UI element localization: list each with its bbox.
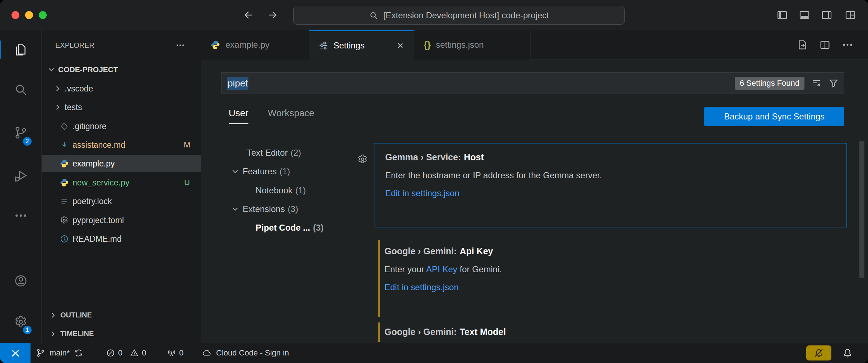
file-label: pyproject.toml xyxy=(73,216,124,225)
file-label: poetry.lock xyxy=(73,197,112,206)
scrollbar-thumb[interactable] xyxy=(859,141,864,278)
tree-item-poetry-lock[interactable]: poetry.lock xyxy=(42,193,201,210)
chevron-right-icon xyxy=(53,84,62,93)
more-views-icon[interactable] xyxy=(12,207,29,224)
toc-label: Features xyxy=(243,166,277,176)
toc-item-features[interactable]: Features (1) xyxy=(201,162,337,181)
setting-description: Enter the hostname or IP address for the… xyxy=(385,170,836,180)
tree-item-new-service-py[interactable]: new_service.py U xyxy=(42,174,201,191)
tree-root-code-project[interactable]: CODE-PROJECT xyxy=(42,61,201,78)
filter-icon[interactable] xyxy=(828,78,839,89)
setting-row-gemini-api-key[interactable]: Google › Gemini:Api Key Enter your API K… xyxy=(374,237,847,320)
tab-scope-user[interactable]: User xyxy=(229,108,248,124)
notifications-bell-icon[interactable] xyxy=(842,347,853,359)
cloud-code-status-item[interactable]: Cloud Code - Sign in xyxy=(202,343,289,363)
toggle-panel-icon[interactable] xyxy=(798,9,811,21)
tree-item-pyproject-toml[interactable]: pyproject.toml xyxy=(42,212,201,229)
tab-settings[interactable]: Settings xyxy=(309,30,414,60)
toc-item-text-editor[interactable]: Text Editor (2) xyxy=(201,143,337,162)
setting-name: Host xyxy=(464,152,484,162)
back-icon[interactable] xyxy=(243,9,255,21)
python-file-icon xyxy=(59,159,70,168)
backup-sync-settings-button[interactable]: Backup and Sync Settings xyxy=(704,107,844,126)
file-label: assistance.md xyxy=(73,140,125,150)
toggle-secondary-sidebar-icon[interactable] xyxy=(821,9,833,21)
scm-badge: 2 xyxy=(22,136,32,146)
clear-search-icon[interactable] xyxy=(811,78,822,89)
do-not-disturb-icon[interactable] xyxy=(806,345,831,360)
git-status-badge: U xyxy=(181,178,193,187)
edit-in-settings-json-link[interactable]: Edit in settings.json xyxy=(384,282,836,292)
toc-label: Pipet Code ... xyxy=(256,223,310,233)
search-icon xyxy=(369,11,378,20)
folder-label: tests xyxy=(65,103,82,112)
outline-label: OUTLINE xyxy=(60,311,92,319)
branch-status-item[interactable]: main* xyxy=(36,343,83,363)
python-file-icon xyxy=(210,40,220,50)
setting-category: Google › Gemini: xyxy=(384,246,457,256)
toc-label: Extensions xyxy=(243,204,285,214)
toc-count: (3) xyxy=(313,223,323,233)
explorer-sidebar: EXPLORER CODE-PROJECT .vscode tests .git… xyxy=(42,30,201,343)
edit-in-settings-json-link[interactable]: Edit in settings.json xyxy=(385,188,836,198)
ports-status-item[interactable]: 0 xyxy=(167,343,183,363)
settings-editor: pipet 6 Settings Found User Workspace Ba… xyxy=(201,60,868,343)
tab-example-py[interactable]: example.py xyxy=(201,30,309,60)
more-actions-icon[interactable] xyxy=(841,39,854,51)
forward-icon[interactable] xyxy=(266,9,279,21)
accounts-icon[interactable] xyxy=(12,272,29,289)
setting-name: Api Key xyxy=(459,246,493,256)
tree-item-vscode[interactable]: .vscode xyxy=(42,80,201,97)
folder-label: .vscode xyxy=(65,84,93,94)
run-debug-icon[interactable] xyxy=(12,167,29,184)
api-key-link[interactable]: API Key xyxy=(426,264,457,274)
timeline-section-header[interactable]: TIMELINE xyxy=(42,325,201,343)
warnings-count: 0 xyxy=(142,348,146,358)
toc-item-extensions[interactable]: Extensions (3) xyxy=(201,200,337,218)
close-tab-icon[interactable] xyxy=(396,41,405,50)
tree-item-assistance-md[interactable]: assistance.md M xyxy=(42,136,201,154)
git-status-badge: M xyxy=(181,140,193,150)
command-center-search[interactable]: [Extension Development Host] code-projec… xyxy=(293,6,625,25)
toc-item-pipet-code[interactable]: Pipet Code ... (3) xyxy=(201,218,337,237)
tab-settings-json[interactable]: {} settings.json xyxy=(414,30,531,60)
git-branch-icon xyxy=(36,348,45,358)
tab-scope-workspace[interactable]: Workspace xyxy=(268,108,314,119)
settings-search-input[interactable]: pipet 6 Settings Found xyxy=(221,72,844,94)
file-label: example.py xyxy=(73,159,115,169)
markdown-file-icon xyxy=(59,140,70,150)
split-editor-icon[interactable] xyxy=(819,39,831,51)
maximize-window-button[interactable] xyxy=(39,11,47,19)
tree-item-example-py[interactable]: example.py xyxy=(42,155,201,172)
setting-row-gemini-text-model[interactable]: Google › Gemini:Text Model xyxy=(374,320,847,343)
sync-icon[interactable] xyxy=(74,348,83,358)
customize-layout-icon[interactable] xyxy=(844,9,857,21)
remote-indicator[interactable] xyxy=(0,343,31,363)
open-settings-json-icon[interactable] xyxy=(796,39,808,51)
root-folder-label: CODE-PROJECT xyxy=(58,65,118,74)
outline-section-header[interactable]: OUTLINE xyxy=(42,306,201,324)
branch-label: main* xyxy=(50,348,70,358)
python-file-icon xyxy=(59,178,70,187)
setting-gear-icon[interactable] xyxy=(357,154,368,165)
setting-description: Enter your API Key for Gemini. xyxy=(384,264,836,274)
minimize-window-button[interactable] xyxy=(25,11,33,19)
chevron-down-icon xyxy=(47,65,56,74)
toc-item-notebook[interactable]: Notebook (1) xyxy=(201,181,337,200)
setting-row-gemma-service-host[interactable]: Gemma › Service:Host Enter the hostname … xyxy=(374,143,847,227)
close-window-button[interactable] xyxy=(11,11,19,19)
window-title: [Extension Development Host] code-projec… xyxy=(383,10,549,20)
explorer-more-actions-icon[interactable] xyxy=(175,40,185,50)
explorer-icon[interactable] xyxy=(12,41,29,58)
search-query-text: pipet xyxy=(227,77,248,90)
tree-item-gitignore[interactable]: .gitignore xyxy=(42,118,201,135)
tree-item-tests[interactable]: tests xyxy=(42,99,201,116)
tree-item-readme-md[interactable]: README.md xyxy=(42,230,201,248)
problems-status-item[interactable]: 0 0 xyxy=(106,343,146,363)
lock-file-icon xyxy=(59,197,70,206)
search-view-icon[interactable] xyxy=(12,81,29,98)
chevron-right-icon xyxy=(53,103,62,112)
toc-count: (1) xyxy=(280,166,290,176)
toggle-primary-sidebar-icon[interactable] xyxy=(776,9,788,21)
ports-count: 0 xyxy=(179,348,183,358)
